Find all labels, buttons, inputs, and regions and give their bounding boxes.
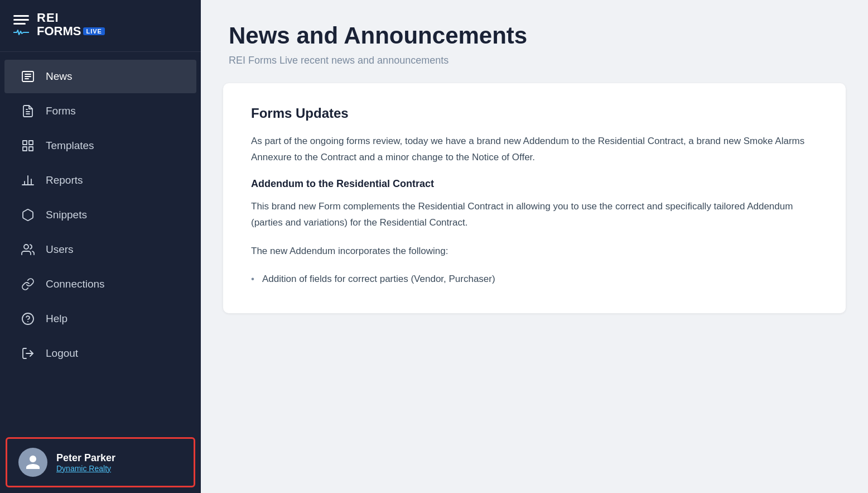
sidebar-item-templates[interactable]: Templates [4,129,196,162]
page-title: News and Announcements [229,22,840,49]
article-section1-body: This brand new Form complements the Resi… [251,199,818,231]
connections-icon [20,276,36,292]
sidebar-item-forms-label: Forms [46,105,76,117]
logo-live-badge: LIVE [83,27,104,35]
article-section1-title: Addendum to the Residential Contract [251,178,818,190]
avatar [18,448,47,477]
logo-text: REI FORMS LIVE [37,11,105,38]
logo-bar-1 [13,15,29,17]
main-content: News and Announcements REI Forms Live re… [201,0,868,493]
article-intro: As part of the ongoing forms review, tod… [251,133,818,166]
article-title: Forms Updates [251,106,818,121]
sidebar-item-logout[interactable]: Logout [4,337,196,370]
svg-rect-4 [23,141,27,145]
logo-icon [13,15,29,35]
article-body: Forms Updates As part of the ongoing for… [251,106,818,288]
user-info: Peter Parker Dynamic Realty [56,452,115,473]
logo-bar-2 [13,19,29,21]
sidebar-item-connections-label: Connections [46,278,105,290]
logo-pulse [13,28,29,35]
logo-bar-3 [13,23,26,25]
svg-point-13 [22,313,33,324]
article-card: Forms Updates As part of the ongoing for… [223,83,846,313]
svg-point-12 [24,245,28,249]
sidebar-nav: News Forms [0,52,201,432]
logo-forms: FORMS [37,25,81,38]
logo-area: REI FORMS LIVE [0,0,201,52]
sidebar-item-snippets-label: Snippets [46,209,87,221]
article-list: Addition of fields for correct parties (… [251,271,818,288]
user-name: Peter Parker [56,452,115,464]
page-subtitle: REI Forms Live recent news and announcem… [229,55,840,66]
forms-icon [20,103,36,119]
sidebar-item-reports-label: Reports [46,174,83,186]
user-profile[interactable]: Peter Parker Dynamic Realty [6,437,195,487]
sidebar-item-templates-label: Templates [46,140,94,152]
pulse-svg [13,29,29,36]
sidebar-item-users[interactable]: Users [4,233,196,266]
snippets-icon [20,207,36,223]
user-company: Dynamic Realty [56,464,115,473]
templates-icon [20,138,36,154]
sidebar-item-news[interactable]: News [4,60,196,93]
sidebar-item-forms[interactable]: Forms [4,94,196,128]
logo-forms-live: FORMS LIVE [37,25,105,38]
sidebar-item-help-label: Help [46,313,67,325]
sidebar-item-connections[interactable]: Connections [4,267,196,301]
sidebar-item-help[interactable]: Help [4,302,196,336]
avatar-icon [25,454,41,471]
sidebar-item-logout-label: Logout [46,347,78,360]
list-item: Addition of fields for correct parties (… [251,271,818,288]
sidebar-item-users-label: Users [46,243,74,256]
sidebar-item-news-label: News [46,70,73,83]
svg-rect-6 [23,147,27,151]
svg-rect-7 [29,147,33,151]
svg-rect-5 [29,141,33,145]
article-section2-body: The new Addendum incorporates the follow… [251,243,818,260]
logo-rei: REI [37,11,105,25]
logout-icon [20,346,36,361]
users-icon [20,242,36,257]
reports-icon [20,173,36,188]
page-header: News and Announcements REI Forms Live re… [201,0,868,83]
sidebar: REI FORMS LIVE News [0,0,201,493]
sidebar-item-snippets[interactable]: Snippets [4,198,196,232]
sidebar-item-reports[interactable]: Reports [4,164,196,197]
help-icon [20,311,36,327]
news-icon [20,69,36,84]
